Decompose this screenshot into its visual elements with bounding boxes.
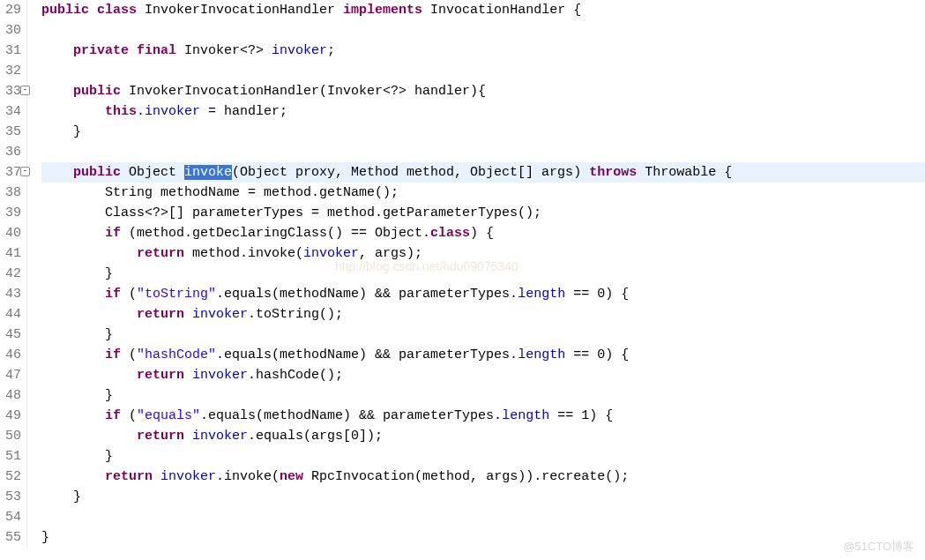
code-token: .equals(methodName) && parameterTypes. <box>216 287 518 302</box>
code-token: invoker <box>192 368 248 383</box>
line-number: 54 <box>2 507 21 527</box>
code-line[interactable] <box>41 20 925 41</box>
code-token: new <box>280 469 303 484</box>
code-token: Object <box>121 165 184 180</box>
code-token: RpcInvocation(method, args)).recreate(); <box>303 469 629 484</box>
code-token: InvokerInvocationHandler(Invoker<?> hand… <box>121 84 486 99</box>
code-line[interactable]: String methodName = method.getName(); <box>41 183 925 203</box>
watermark-bottom-right: @51CTO博客 <box>843 539 914 548</box>
code-line[interactable]: private final Invoker<?> invoker; <box>41 41 925 61</box>
code-token: return <box>137 368 184 383</box>
line-number: 29 <box>2 0 21 20</box>
line-number: 53 <box>2 487 21 507</box>
code-token: return <box>105 469 153 484</box>
code-token: "hashCode" <box>137 347 216 362</box>
code-token <box>184 368 192 383</box>
code-token: Throwable { <box>637 165 732 180</box>
line-number: 50 <box>2 426 21 446</box>
code-editor[interactable]: 2930313233-34353637-38394041424344454647… <box>0 0 925 548</box>
code-token: public <box>73 84 121 99</box>
code-token: if <box>105 347 121 362</box>
line-number: 41 <box>2 243 21 264</box>
code-token: = handler; <box>200 104 287 119</box>
line-number: 39 <box>2 203 21 223</box>
code-token <box>41 347 105 362</box>
line-number: 32 <box>2 61 21 81</box>
code-token: } <box>41 327 113 342</box>
code-token: . <box>137 104 145 119</box>
code-token: .invoke( <box>216 469 280 484</box>
code-line[interactable]: public Object invoke(Object proxy, Metho… <box>41 162 925 183</box>
code-token <box>41 307 137 322</box>
code-token: == 0) { <box>565 287 629 302</box>
code-line[interactable]: return invoker.invoke(new RpcInvocation(… <box>41 467 925 487</box>
code-line[interactable] <box>41 142 925 162</box>
code-token: "equals" <box>137 408 200 423</box>
line-number: 49 <box>2 406 21 426</box>
code-line[interactable]: return method.invoke(invoker, args); <box>41 243 925 264</box>
code-line[interactable]: if ("hashCode".equals(methodName) && par… <box>41 345 925 365</box>
code-line[interactable]: } <box>41 122 925 142</box>
code-line[interactable]: public InvokerInvocationHandler(Invoker<… <box>41 81 925 101</box>
code-line[interactable] <box>41 507 925 527</box>
line-number: 51 <box>2 446 21 467</box>
code-token <box>41 368 137 383</box>
code-line[interactable]: if (method.getDeclaringClass() == Object… <box>41 223 925 243</box>
line-number: 40 <box>2 223 21 243</box>
line-number: 46 <box>2 345 21 365</box>
code-token: } <box>41 124 81 139</box>
code-line[interactable]: } <box>41 385 925 406</box>
code-token: "toString" <box>137 287 216 302</box>
code-token: InvokerInvocationHandler <box>137 3 343 18</box>
code-token: invoker <box>160 469 216 484</box>
code-token: invoker <box>303 246 359 261</box>
line-number: 52 <box>2 467 21 487</box>
code-line[interactable]: } <box>41 264 925 284</box>
code-line[interactable]: return invoker.equals(args[0]); <box>41 426 925 446</box>
code-token <box>89 3 97 18</box>
code-line[interactable]: } <box>41 325 925 345</box>
code-token: .equals(methodName) && parameterTypes. <box>216 347 518 362</box>
code-token: final <box>137 43 176 58</box>
code-line[interactable]: if ("toString".equals(methodName) && par… <box>41 284 925 304</box>
code-line[interactable]: if ("equals".equals(methodName) && param… <box>41 406 925 426</box>
fold-toggle-icon[interactable]: - <box>20 167 30 176</box>
code-token: public <box>41 3 89 18</box>
code-token: ) { <box>470 226 494 241</box>
code-line[interactable]: } <box>41 527 925 548</box>
line-number: 43 <box>2 284 21 304</box>
code-token <box>41 165 73 180</box>
code-token: length <box>518 347 565 362</box>
code-token: } <box>41 489 81 504</box>
code-line[interactable]: return invoker.hashCode(); <box>41 365 925 385</box>
code-line[interactable]: this.invoker = handler; <box>41 101 925 122</box>
code-token: .toString(); <box>248 307 343 322</box>
code-line[interactable]: public class InvokerInvocationHandler im… <box>41 0 925 20</box>
line-number: 55 <box>2 527 21 548</box>
code-token: .equals(args[0]); <box>248 429 383 444</box>
code-token <box>41 226 105 241</box>
code-line[interactable] <box>41 61 925 81</box>
code-token: invoker <box>145 104 200 119</box>
code-line[interactable]: } <box>41 446 925 467</box>
code-token: } <box>41 449 113 464</box>
code-token <box>41 104 105 119</box>
code-area[interactable]: public class InvokerInvocationHandler im… <box>27 0 925 548</box>
code-line[interactable]: } <box>41 487 925 507</box>
code-token: == 1) { <box>549 408 613 423</box>
code-token: return <box>137 429 184 444</box>
code-token: length <box>502 408 549 423</box>
code-token: if <box>105 287 121 302</box>
code-token: ( <box>121 408 137 423</box>
code-line[interactable]: Class<?>[] parameterTypes = method.getPa… <box>41 203 925 223</box>
fold-toggle-icon[interactable]: - <box>20 86 30 95</box>
code-token: this <box>105 104 137 119</box>
code-token: invoker <box>192 429 248 444</box>
code-token: Invoker<?> <box>176 43 272 58</box>
code-line[interactable]: return invoker.toString(); <box>41 304 925 325</box>
line-number: 37- <box>2 162 21 183</box>
code-token <box>153 469 160 484</box>
code-token: invoker <box>192 307 248 322</box>
code-token <box>41 408 105 423</box>
line-number: 33- <box>2 81 21 101</box>
